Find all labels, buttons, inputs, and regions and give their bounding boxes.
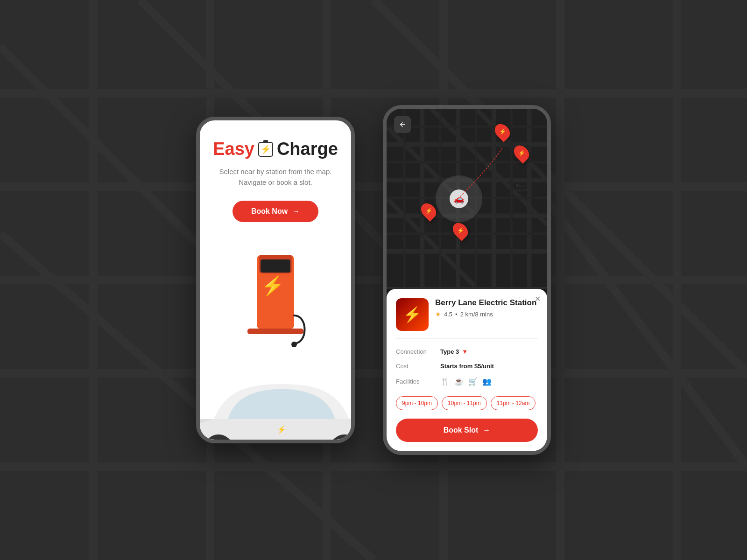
- book-now-button[interactable]: Book Now →: [233, 201, 318, 222]
- connection-row: Connection Type 3 ▼: [396, 344, 538, 359]
- cost-value: Starts from $5/unit: [440, 363, 494, 370]
- time-slot-2[interactable]: 10pm - 11pm: [442, 396, 487, 410]
- svg-point-26: [204, 434, 233, 443]
- svg-point-22: [196, 441, 355, 443]
- time-slots: 9pm - 10pm 10pm - 11pm 11pm - 12am 12am …: [396, 396, 538, 412]
- station-thumbnail: ⚡: [396, 298, 429, 331]
- book-slot-button[interactable]: Book Slot →: [396, 419, 538, 442]
- map-pin-3[interactable]: ⚡: [422, 203, 435, 219]
- close-button[interactable]: ✕: [535, 295, 541, 303]
- battery-icon: ⚡: [258, 142, 273, 157]
- time-slot-3[interactable]: 11pm - 12am: [491, 396, 536, 410]
- app-title: Easy ⚡ Charge: [213, 139, 338, 159]
- svg-text:⚡: ⚡: [277, 425, 286, 434]
- map-pin-1[interactable]: ⚡: [496, 123, 509, 140]
- svg-point-30: [335, 440, 354, 443]
- station-distance: 2 km/8 mins: [460, 311, 493, 318]
- svg-text:Lane Pl: Lane Pl: [516, 188, 528, 192]
- cost-row: Cost Starts from $5/unit: [396, 359, 538, 373]
- connection-dropdown[interactable]: ▼: [462, 348, 468, 355]
- facility-food-icon: 🍴: [440, 377, 450, 386]
- facility-shop-icon: 🛒: [468, 377, 478, 386]
- star-icon: ★: [435, 310, 441, 318]
- svg-point-21: [291, 342, 297, 347]
- phone-2: Berry Lane Pl 🚗: [383, 105, 551, 455]
- map-pin-4[interactable]: ⚡: [454, 222, 467, 239]
- facilities-row: Facilities 🍴 ☕ 🛒 👥: [396, 373, 538, 390]
- station-name: Berry Lane Electric Station: [435, 298, 536, 308]
- location-pulse: 🚗: [436, 175, 482, 222]
- station-card: ✕ ⚡ Berry Lane Electric Station ★ 4.5 • …: [387, 289, 547, 451]
- charger-illustration: ⚡: [233, 241, 317, 362]
- svg-point-29: [330, 434, 355, 443]
- facilities-label: Facilities: [396, 378, 440, 385]
- title-charge: Charge: [277, 139, 338, 159]
- phone1-subtitle: Select near by station from the map. Nav…: [219, 167, 332, 188]
- phone-1: Easy ⚡ Charge Select near by station fro…: [196, 117, 355, 443]
- car-illustration: ⚡: [196, 363, 355, 443]
- facility-restroom-icon: 👥: [482, 377, 492, 386]
- cost-label: Cost: [396, 363, 440, 370]
- phones-container: Easy ⚡ Charge Select near by station fro…: [196, 105, 551, 455]
- location-car: 🚗: [450, 189, 468, 208]
- time-slot-1[interactable]: 9pm - 10pm: [396, 396, 438, 410]
- rating-value: 4.5: [444, 311, 452, 318]
- svg-rect-20: [247, 329, 303, 334]
- back-button[interactable]: [394, 116, 411, 133]
- station-details: Connection Type 3 ▼ Cost Starts from $5/…: [396, 338, 538, 390]
- svg-text:⚡: ⚡: [261, 274, 284, 297]
- svg-rect-18: [261, 259, 290, 273]
- user-location: 🚗: [436, 175, 482, 222]
- facility-coffee-icon: ☕: [454, 377, 464, 386]
- connection-label: Connection: [396, 348, 440, 355]
- map-area: Berry Lane Pl 🚗: [387, 109, 547, 289]
- title-easy: Easy: [213, 139, 254, 159]
- map-pin-2[interactable]: ⚡: [515, 145, 528, 161]
- station-info: Berry Lane Electric Station ★ 4.5 • 2 km…: [435, 298, 536, 331]
- svg-rect-23: [196, 419, 355, 443]
- connection-value: Type 3: [440, 348, 459, 355]
- svg-point-27: [209, 440, 228, 443]
- station-header: ⚡ Berry Lane Electric Station ★ 4.5 • 2 …: [396, 298, 538, 331]
- station-rating: ★ 4.5 • 2 km/8 mins: [435, 310, 536, 318]
- facilities-icons: 🍴 ☕ 🛒 👥: [440, 377, 492, 386]
- svg-text:Berry: Berry: [516, 183, 524, 188]
